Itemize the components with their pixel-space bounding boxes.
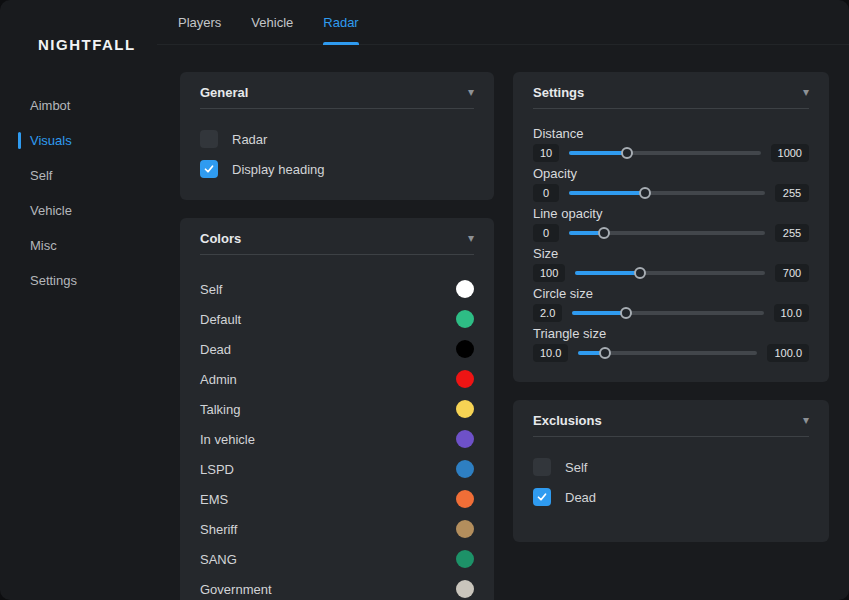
slider-thumb[interactable] [621,147,633,159]
exclude-self-checkbox[interactable] [533,458,551,476]
slider-fill [569,151,626,155]
slider-fill [572,311,626,315]
divider [533,436,809,437]
color-label: In vehicle [200,432,255,447]
checkbox-row-radar[interactable]: Radar [200,125,474,153]
color-swatch[interactable] [456,460,474,478]
color-swatch[interactable] [456,280,474,298]
slider-track[interactable] [569,151,760,155]
tab-vehicle[interactable]: Vehicle [251,0,293,45]
sidebar-item-aimbot[interactable]: Aimbot [0,88,157,123]
slider-label: Triangle size [533,327,809,341]
slider-min-value: 0 [533,224,559,242]
slider-thumb[interactable] [599,347,611,359]
color-swatch[interactable] [456,400,474,418]
color-row-sheriff: Sheriff [200,514,474,544]
color-label: Default [200,312,241,327]
checkbox-row-display-heading[interactable]: Display heading [200,155,474,183]
chevron-down-icon[interactable]: ▾ [803,414,809,426]
radar-checkbox[interactable] [200,130,218,148]
slider-size: Size 100 700 [533,247,809,282]
checkbox-label: Radar [232,132,267,147]
divider [200,108,474,109]
slider-label: Distance [533,127,809,141]
panel-colors-title: Colors [200,231,241,246]
color-label: EMS [200,492,228,507]
color-row-self: Self [200,274,474,304]
slider-min-value: 100 [533,264,565,282]
divider [200,254,474,255]
display-heading-checkbox[interactable] [200,160,218,178]
checkbox-row-exclude-self[interactable]: Self [533,453,809,481]
exclude-dead-checkbox[interactable] [533,488,551,506]
slider-max-value: 255 [775,224,809,242]
slider-min-value: 2.0 [533,304,562,322]
slider-thumb[interactable] [634,267,646,279]
slider-line-opacity: Line opacity 0 255 [533,207,809,242]
color-swatch[interactable] [456,580,474,598]
color-swatch[interactable] [456,370,474,388]
check-icon [203,163,215,175]
panel-exclusions: Exclusions ▾ Self Dead [513,400,829,542]
slider-label: Opacity [533,167,809,181]
color-rows: Self Default Dead Admin Talking In vehic… [200,274,474,600]
slider-fill [569,191,645,195]
color-row-sang: SANG [200,544,474,574]
sidebar-menu: Aimbot Visuals Self Vehicle Misc Setting… [0,88,157,298]
slider-track[interactable] [575,271,765,275]
checkbox-row-exclude-dead[interactable]: Dead [533,483,809,511]
color-swatch[interactable] [456,520,474,538]
slider-min-value: 10.0 [533,344,568,362]
slider-max-value: 10.0 [774,304,809,322]
tab-players[interactable]: Players [178,0,221,45]
slider-circle-size: Circle size 2.0 10.0 [533,287,809,322]
slider-max-value: 100.0 [767,344,809,362]
checkbox-label: Self [565,460,587,475]
panel-settings-title: Settings [533,85,584,100]
color-row-dead: Dead [200,334,474,364]
checkbox-label: Display heading [232,162,325,177]
slider-min-value: 0 [533,184,559,202]
slider-track[interactable] [578,351,757,355]
panel-general-header: General ▾ [200,72,474,100]
color-label: Sheriff [200,522,237,537]
color-swatch[interactable] [456,430,474,448]
color-label: SANG [200,552,237,567]
sidebar-item-settings[interactable]: Settings [0,263,157,298]
sidebar-item-self[interactable]: Self [0,158,157,193]
slider-max-value: 1000 [771,144,809,162]
slider-thumb[interactable] [598,227,610,239]
color-label: Self [200,282,222,297]
panel-exclusions-header: Exclusions ▾ [533,400,809,428]
slider-track[interactable] [569,191,765,195]
exclusions-options: Self Dead [533,453,809,511]
color-swatch[interactable] [456,490,474,508]
app-window: NIGHTFALL Aimbot Visuals Self Vehicle Mi… [0,0,849,600]
color-swatch[interactable] [456,340,474,358]
checkbox-label: Dead [565,490,596,505]
slider-thumb[interactable] [639,187,651,199]
color-row-in-vehicle: In vehicle [200,424,474,454]
slider-thumb[interactable] [620,307,632,319]
tab-radar[interactable]: Radar [323,0,358,45]
color-row-government: Government [200,574,474,600]
sidebar: NIGHTFALL Aimbot Visuals Self Vehicle Mi… [0,0,157,600]
chevron-down-icon[interactable]: ▾ [803,86,809,98]
sliders: Distance 10 1000 Opacity 0 [533,127,809,362]
color-label: LSPD [200,462,234,477]
sidebar-item-vehicle[interactable]: Vehicle [0,193,157,228]
color-swatch[interactable] [456,550,474,568]
color-swatch[interactable] [456,310,474,328]
slider-track[interactable] [569,231,765,235]
chevron-down-icon[interactable]: ▾ [468,86,474,98]
slider-min-value: 10 [533,144,559,162]
app-logo: NIGHTFALL [38,36,136,53]
color-row-default: Default [200,304,474,334]
panel-settings-header: Settings ▾ [533,72,809,100]
color-label: Admin [200,372,237,387]
chevron-down-icon[interactable]: ▾ [468,232,474,244]
sidebar-item-visuals[interactable]: Visuals [0,123,157,158]
sidebar-item-misc[interactable]: Misc [0,228,157,263]
color-row-lspd: LSPD [200,454,474,484]
slider-track[interactable] [572,311,763,315]
